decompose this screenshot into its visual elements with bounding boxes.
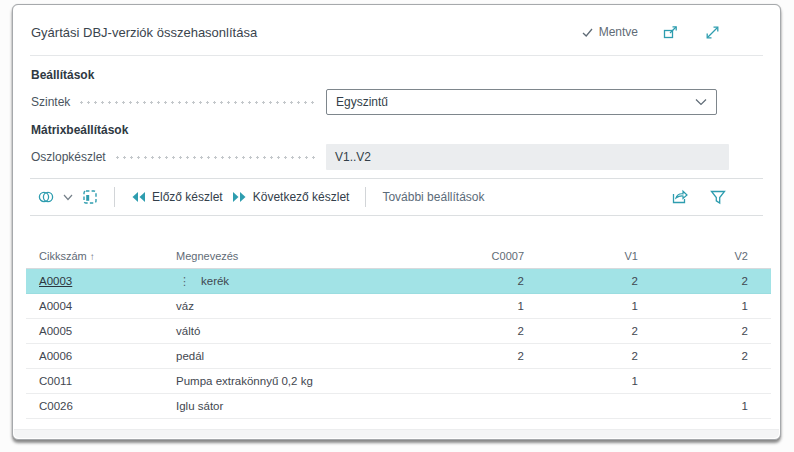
v1-cell[interactable]: 2 — [528, 350, 642, 362]
grid-icon — [82, 189, 98, 205]
table-row[interactable]: C0026 Iglu sátor 1 — [26, 394, 771, 419]
previous-set-button[interactable]: Előző készlet — [131, 190, 223, 204]
dotted-leader — [114, 156, 316, 159]
expand-icon[interactable] — [702, 22, 722, 42]
column-header-item-no[interactable]: Cikkszám ↑ — [26, 250, 171, 262]
item-no-cell[interactable]: A0003 — [26, 275, 171, 287]
v2-cell[interactable]: 1 — [642, 400, 752, 412]
previous-set-label: Előző készlet — [152, 190, 223, 204]
column-set-field[interactable]: V1..V2 — [326, 144, 729, 170]
description-cell: Pumpa extrakönnyű 0,2 kg — [171, 375, 381, 387]
v1-cell[interactable]: 1 — [528, 375, 642, 387]
more-settings-label: További beállítások — [382, 190, 484, 204]
share-icon[interactable] — [670, 187, 690, 207]
title-actions: Mentve — [581, 22, 722, 42]
toolbar-separator — [365, 187, 366, 207]
table-row[interactable]: A0004 váz 1 1 1 — [26, 294, 771, 319]
description-cell: váz — [171, 300, 381, 312]
v1-cell[interactable]: 2 — [528, 325, 642, 337]
column-header-v2[interactable]: V2 — [642, 250, 752, 262]
comparison-table: Cikkszám ↑ Megnevezés C0007 V1 V2 A0003 … — [26, 244, 771, 419]
c0007-cell[interactable]: 2 — [381, 350, 528, 362]
table-row[interactable]: A0003 ⋮ kerék 2 2 2 — [26, 269, 771, 294]
column-set-label: Oszlopkészlet — [31, 150, 106, 164]
description-cell: Iglu sátor — [171, 400, 381, 412]
popout-icon[interactable] — [660, 22, 680, 42]
toolbar-bottom-divider — [30, 215, 763, 216]
c0007-cell[interactable]: 2 — [381, 325, 528, 337]
views-menu-button[interactable] — [37, 189, 73, 205]
column-set-value: V1..V2 — [335, 150, 371, 164]
levels-field-row: Szintek Egyszintű — [31, 89, 763, 115]
dotted-leader — [78, 101, 316, 104]
levels-label: Szintek — [31, 95, 70, 109]
item-no-cell[interactable]: A0005 — [26, 325, 171, 337]
next-set-label: Következő készlet — [253, 190, 350, 204]
v1-cell[interactable]: 2 — [528, 275, 642, 287]
views-icon — [37, 189, 55, 205]
item-no-cell[interactable]: C0011 — [26, 375, 171, 387]
grid-icon-button[interactable] — [82, 189, 98, 205]
table-row[interactable]: A0006 pedál 2 2 2 — [26, 344, 771, 369]
v2-cell[interactable]: 2 — [642, 325, 752, 337]
column-header-c0007[interactable]: C0007 — [381, 250, 528, 262]
previous-set-icon — [131, 191, 146, 203]
v2-cell[interactable]: 2 — [642, 350, 752, 362]
levels-select-value: Egyszintű — [336, 95, 388, 109]
page-title: Gyártási DBJ-verziók összehasonlítása — [31, 25, 257, 40]
description-cell: ⋮ kerék — [171, 275, 381, 288]
filter-icon[interactable] — [708, 187, 728, 207]
more-settings-button[interactable]: További beállítások — [382, 190, 484, 204]
column-set-field-row: Oszlopkészlet V1..V2 — [31, 144, 763, 170]
saved-label: Mentve — [599, 25, 638, 39]
item-no-cell[interactable]: C0026 — [26, 400, 171, 412]
toolbar: Előző készlet Következő készlet További … — [13, 179, 780, 215]
item-no-cell[interactable]: A0006 — [26, 350, 171, 362]
next-set-icon — [232, 191, 247, 203]
title-bar: Gyártási DBJ-verziók összehasonlítása Me… — [13, 5, 780, 55]
v1-cell[interactable]: 1 — [528, 300, 642, 312]
column-header-description[interactable]: Megnevezés — [171, 250, 381, 262]
chevron-down-icon — [695, 98, 707, 106]
saved-status: Mentve — [581, 25, 638, 39]
description-cell: váltó — [171, 325, 381, 337]
toolbar-right — [670, 187, 728, 207]
matrix-settings-heading: Mátrixbeállítások — [31, 123, 763, 137]
row-menu-icon[interactable]: ⋮ — [176, 275, 201, 288]
settings-heading: Beállítások — [31, 68, 763, 82]
settings-section: Beállítások Szintek Egyszintű Mátrixbeál… — [13, 56, 780, 170]
toolbar-left: Előző készlet Következő készlet További … — [37, 187, 670, 207]
v2-cell[interactable]: 2 — [642, 275, 752, 287]
page: Gyártási DBJ-verziók összehasonlítása Me… — [0, 0, 794, 452]
toolbar-separator — [114, 187, 115, 207]
column-header-v1[interactable]: V1 — [528, 250, 642, 262]
chevron-down-icon — [63, 194, 73, 201]
card-footer-strip — [14, 429, 779, 438]
levels-select[interactable]: Egyszintű — [326, 89, 717, 115]
next-set-button[interactable]: Következő készlet — [232, 190, 350, 204]
v2-cell[interactable]: 1 — [642, 300, 752, 312]
c0007-cell[interactable]: 2 — [381, 275, 528, 287]
description-cell: pedál — [171, 350, 381, 362]
matrix-page-card: Gyártási DBJ-verziók összehasonlítása Me… — [12, 4, 781, 440]
check-icon — [581, 26, 594, 39]
c0007-cell[interactable]: 1 — [381, 300, 528, 312]
sort-ascending-icon: ↑ — [90, 251, 95, 262]
table-row[interactable]: A0005 váltó 2 2 2 — [26, 319, 771, 344]
table-header-row: Cikkszám ↑ Megnevezés C0007 V1 V2 — [26, 244, 771, 269]
item-no-cell[interactable]: A0004 — [26, 300, 171, 312]
table-row[interactable]: C0011 Pumpa extrakönnyű 0,2 kg 1 — [26, 369, 771, 394]
